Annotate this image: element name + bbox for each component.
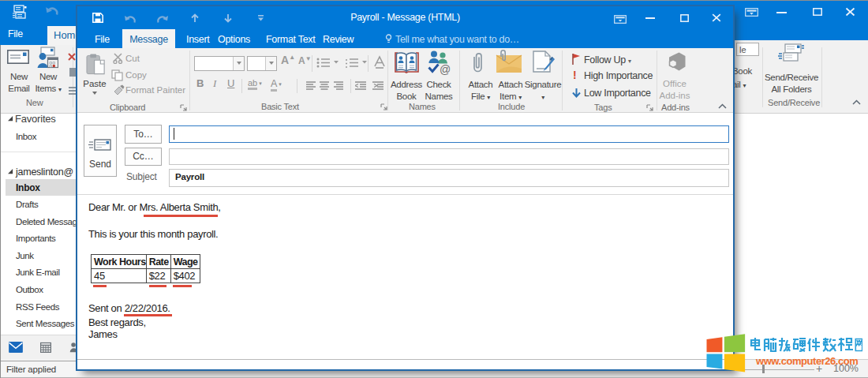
svg-text:@: @ [440, 63, 451, 75]
